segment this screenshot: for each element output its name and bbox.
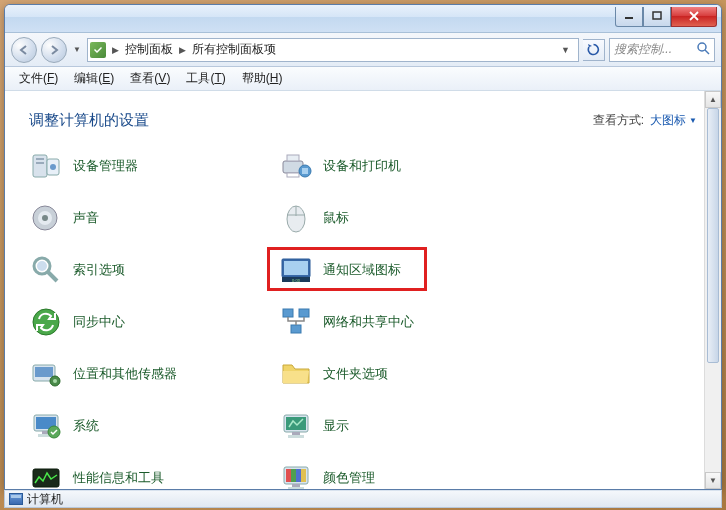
menu-tools[interactable]: 工具(T) <box>178 68 233 89</box>
item-devices-printers[interactable]: 设备和打印机 <box>279 148 529 184</box>
svg-rect-9 <box>287 155 299 161</box>
address-dropdown-icon[interactable]: ▼ <box>559 45 572 55</box>
refresh-button[interactable] <box>583 39 605 61</box>
scroll-thumb[interactable] <box>707 108 719 363</box>
notification-area-icon: 0:00 <box>279 253 313 287</box>
item-system[interactable]: 系统 <box>29 408 279 444</box>
item-location-sensors[interactable]: 位置和其他传感器 <box>29 356 279 392</box>
item-label: 文件夹选项 <box>323 365 388 383</box>
svg-rect-0 <box>625 17 633 19</box>
device-manager-icon <box>29 149 63 183</box>
item-label: 性能信息和工具 <box>73 469 164 487</box>
sound-icon <box>29 201 63 235</box>
breadcrumb-1[interactable]: 控制面板 <box>121 41 177 58</box>
scroll-up-button[interactable]: ▲ <box>705 91 721 108</box>
item-network-sharing-center[interactable]: 网络和共享中心 <box>279 304 529 340</box>
svg-point-7 <box>50 164 56 170</box>
item-label: 通知区域图标 <box>323 261 401 279</box>
item-display[interactable]: 显示 <box>279 408 529 444</box>
forward-button[interactable] <box>41 37 67 63</box>
view-by: 查看方式: 大图标▼ <box>593 112 697 129</box>
titlebar[interactable] <box>5 5 721 33</box>
item-folder-options[interactable]: 文件夹选项 <box>279 356 529 392</box>
color-management-icon <box>279 461 313 489</box>
mouse-icon <box>279 201 313 235</box>
item-label: 索引选项 <box>73 261 125 279</box>
chevron-down-icon: ▼ <box>689 116 697 125</box>
item-notification-area-icons[interactable]: 0:00 通知区域图标 <box>279 252 529 288</box>
item-label: 颜色管理 <box>323 469 375 487</box>
svg-rect-48 <box>292 484 300 487</box>
item-color-management[interactable]: 颜色管理 <box>279 460 529 489</box>
svg-rect-41 <box>288 435 304 438</box>
menu-help[interactable]: 帮助(H) <box>234 68 291 89</box>
vertical-scrollbar[interactable]: ▲ ▼ <box>704 91 721 489</box>
status-text: 计算机 <box>27 491 63 508</box>
back-button[interactable] <box>11 37 37 63</box>
navbar: ▼ ▶ 控制面板 ▶ 所有控制面板项 ▼ 搜索控制... <box>5 33 721 67</box>
svg-rect-12 <box>302 168 308 174</box>
indexing-icon <box>29 253 63 287</box>
menu-file[interactable]: 文件(F) <box>11 68 66 89</box>
view-by-label: 查看方式: <box>593 112 644 129</box>
system-icon <box>29 409 63 443</box>
minimize-button[interactable] <box>615 7 643 27</box>
item-performance-info[interactable]: 性能信息和工具 <box>29 460 279 489</box>
crumb-sep-icon[interactable]: ▶ <box>177 45 188 55</box>
svg-rect-47 <box>301 469 306 482</box>
menubar: 文件(F) 编辑(E) 查看(V) 工具(T) 帮助(H) <box>5 67 721 91</box>
window-frame: ▼ ▶ 控制面板 ▶ 所有控制面板项 ▼ 搜索控制... 文件(F) 编辑(E)… <box>4 4 722 490</box>
view-by-dropdown[interactable]: 大图标▼ <box>650 112 697 129</box>
item-sync-center[interactable]: 同步中心 <box>29 304 279 340</box>
svg-rect-4 <box>36 158 44 160</box>
svg-rect-30 <box>35 367 53 377</box>
svg-rect-22 <box>284 261 308 275</box>
svg-point-20 <box>37 261 47 271</box>
control-panel-icon <box>90 42 106 58</box>
performance-icon <box>29 461 63 489</box>
item-sound[interactable]: 声音 <box>29 200 279 236</box>
svg-rect-40 <box>292 432 300 435</box>
svg-rect-42 <box>33 469 59 487</box>
item-label: 位置和其他传感器 <box>73 365 177 383</box>
statusbar: 计算机 <box>4 490 722 508</box>
svg-rect-28 <box>291 325 301 333</box>
page-heading: 调整计算机的设置 <box>29 111 149 130</box>
item-label: 同步中心 <box>73 313 125 331</box>
menu-view[interactable]: 查看(V) <box>122 68 178 89</box>
address-bar[interactable]: ▶ 控制面板 ▶ 所有控制面板项 ▼ <box>87 38 579 62</box>
item-label: 显示 <box>323 417 349 435</box>
svg-rect-26 <box>283 309 293 317</box>
window-controls <box>615 7 717 27</box>
item-label: 声音 <box>73 209 99 227</box>
item-indexing-options[interactable]: 索引选项 <box>29 252 279 288</box>
breadcrumb-2[interactable]: 所有控制面板项 <box>188 41 280 58</box>
scroll-down-button[interactable]: ▼ <box>705 472 721 489</box>
maximize-button[interactable] <box>643 7 671 27</box>
content-area: 调整计算机的设置 查看方式: 大图标▼ 设备管理器 <box>5 91 721 489</box>
display-icon <box>279 409 313 443</box>
item-label: 设备管理器 <box>73 157 138 175</box>
crumb-sep-icon[interactable]: ▶ <box>110 45 121 55</box>
svg-point-32 <box>53 379 57 383</box>
search-box[interactable]: 搜索控制... <box>609 38 715 62</box>
nav-history-dropdown[interactable]: ▼ <box>71 45 83 54</box>
search-placeholder: 搜索控制... <box>614 41 672 58</box>
svg-point-15 <box>42 215 48 221</box>
item-device-manager[interactable]: 设备管理器 <box>29 148 279 184</box>
svg-rect-5 <box>36 162 44 164</box>
location-sensors-icon <box>29 357 63 391</box>
svg-point-2 <box>698 43 706 51</box>
search-icon[interactable] <box>696 41 710 58</box>
control-panel-items: 设备管理器 设备和打印机 声音 <box>29 148 697 489</box>
network-sharing-icon <box>279 305 313 339</box>
svg-rect-27 <box>299 309 309 317</box>
item-label: 系统 <box>73 417 99 435</box>
menu-edit[interactable]: 编辑(E) <box>66 68 122 89</box>
svg-rect-49 <box>288 487 304 489</box>
scroll-track[interactable] <box>705 108 721 472</box>
close-button[interactable] <box>671 7 717 27</box>
svg-rect-46 <box>296 469 301 482</box>
item-mouse[interactable]: 鼠标 <box>279 200 529 236</box>
svg-text:0:00: 0:00 <box>292 278 301 283</box>
